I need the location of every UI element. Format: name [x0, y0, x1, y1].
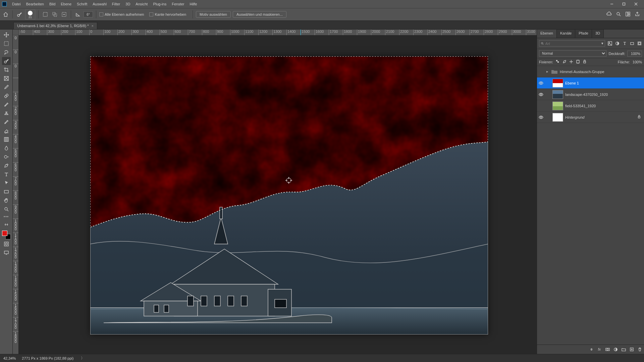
- brush-tool[interactable]: [2, 101, 11, 109]
- layer-thumbnail[interactable]: [552, 113, 563, 122]
- layer-row-ebene1[interactable]: Ebene 1: [537, 77, 644, 89]
- add-selection-icon[interactable]: [51, 11, 58, 18]
- workspace-icon[interactable]: [625, 11, 631, 17]
- filter-type-icon[interactable]: [622, 41, 627, 46]
- layer-thumbnail[interactable]: [552, 90, 563, 99]
- layer-mask-icon[interactable]: [605, 347, 610, 352]
- maximize-button[interactable]: [618, 0, 630, 8]
- lock-icon[interactable]: [637, 115, 641, 119]
- menu-auswahl[interactable]: Auswahl: [90, 0, 109, 8]
- link-layers-icon[interactable]: [589, 347, 594, 352]
- tab-ebenen[interactable]: Ebenen: [537, 29, 557, 38]
- color-swatches[interactable]: [2, 231, 11, 239]
- screenmode-icon[interactable]: [2, 249, 11, 257]
- angle-icon[interactable]: [74, 11, 82, 18]
- lock-transparency-icon[interactable]: [556, 60, 560, 64]
- layer-name[interactable]: landscape-4370250_1920: [565, 93, 608, 97]
- home-icon[interactable]: [2, 11, 9, 18]
- menu-fenster[interactable]: Fenster: [169, 0, 187, 8]
- vertical-ruler[interactable]: 0001002003004005006007008009001000110012…: [13, 36, 19, 354]
- dodge-tool[interactable]: [2, 153, 11, 161]
- status-caret-icon[interactable]: 〉: [81, 356, 85, 361]
- rectangle-tool[interactable]: [2, 188, 11, 196]
- pen-tool[interactable]: [2, 162, 11, 170]
- layer-thumbnail[interactable]: [552, 79, 563, 87]
- close-tab-icon[interactable]: ×: [91, 24, 93, 28]
- menu-datei[interactable]: Datei: [9, 0, 23, 8]
- menu-3d[interactable]: 3D: [123, 0, 133, 8]
- search-icon[interactable]: [616, 11, 621, 17]
- tab-3d[interactable]: 3D: [592, 29, 604, 38]
- menu-ebene[interactable]: Ebene: [58, 0, 74, 8]
- marquee-tool[interactable]: [2, 40, 11, 48]
- layer-row-group[interactable]: ▸ Himmel-Austausch-Gruppe: [537, 66, 644, 77]
- visibility-toggle[interactable]: [538, 115, 544, 120]
- fill-input[interactable]: 100%: [633, 60, 642, 64]
- delete-layer-icon[interactable]: [637, 347, 642, 352]
- layer-row-landscape[interactable]: landscape-4370250_1920: [537, 89, 644, 100]
- lock-position-icon[interactable]: [569, 60, 574, 64]
- foreground-color-swatch[interactable]: [2, 231, 7, 236]
- frame-tool[interactable]: [2, 74, 11, 82]
- clone-stamp-tool[interactable]: [2, 109, 11, 117]
- move-tool[interactable]: [2, 31, 11, 39]
- minimize-button[interactable]: [606, 0, 618, 8]
- filter-image-icon[interactable]: [607, 41, 612, 46]
- layer-name[interactable]: Ebene 1: [565, 81, 579, 85]
- current-tool-icon[interactable]: [16, 11, 23, 18]
- menu-bearbeiten[interactable]: Bearbeiten: [23, 0, 47, 8]
- layer-row-background[interactable]: Hintergrund: [537, 112, 644, 123]
- zoom-level[interactable]: 42,34%: [3, 356, 16, 360]
- eraser-tool[interactable]: [2, 127, 11, 135]
- blur-tool[interactable]: [2, 144, 11, 152]
- quickmask-icon[interactable]: [2, 240, 11, 248]
- menu-filter[interactable]: Filter: [109, 0, 123, 8]
- share-icon[interactable]: [635, 11, 640, 17]
- visibility-toggle[interactable]: [538, 103, 544, 109]
- angle-input[interactable]: [84, 11, 93, 17]
- lock-artboard-icon[interactable]: [576, 60, 581, 64]
- subtract-selection-icon[interactable]: [60, 11, 68, 18]
- filter-adjustment-icon[interactable]: [614, 41, 620, 46]
- menu-hilfe[interactable]: Hilfe: [187, 0, 200, 8]
- lock-pixels-icon[interactable]: [562, 60, 567, 64]
- filter-smartobject-icon[interactable]: [637, 41, 642, 46]
- select-subject-button[interactable]: Motiv auswählen: [196, 11, 231, 18]
- layer-name[interactable]: Hintergrund: [565, 115, 584, 119]
- all-layers-checkbox[interactable]: Alle Ebenen aufnehmen: [99, 12, 144, 16]
- tab-pfade[interactable]: Pfade: [575, 29, 592, 38]
- ruler-origin[interactable]: [13, 29, 19, 36]
- visibility-toggle[interactable]: [538, 80, 544, 86]
- menu-ansicht[interactable]: Ansicht: [133, 0, 150, 8]
- document-canvas[interactable]: [90, 56, 488, 335]
- cloud-icon[interactable]: [606, 11, 612, 17]
- menu-schrift[interactable]: Schrift: [74, 0, 90, 8]
- quick-selection-tool[interactable]: [2, 57, 11, 65]
- layer-row-field[interactable]: field-533541_1920: [537, 100, 644, 112]
- visibility-toggle[interactable]: [538, 69, 544, 74]
- close-button[interactable]: [630, 0, 642, 8]
- layer-thumbnail[interactable]: [552, 102, 563, 110]
- new-selection-icon[interactable]: [42, 11, 49, 18]
- type-tool[interactable]: [2, 170, 11, 178]
- gradient-tool[interactable]: [2, 135, 11, 143]
- layer-filter-search[interactable]: ▾: [539, 40, 605, 47]
- brush-preset-picker[interactable]: 21: [25, 9, 35, 19]
- history-brush-tool[interactable]: [2, 118, 11, 126]
- menu-plugins[interactable]: Plug-ins: [150, 0, 169, 8]
- opacity-input[interactable]: 100%: [627, 51, 642, 57]
- toolbox-more-icon[interactable]: •••: [4, 215, 9, 219]
- zoom-tool[interactable]: [2, 205, 11, 213]
- horizontal-ruler[interactable]: -504003002001000100200300400500600700800…: [19, 29, 537, 36]
- edit-toolbar-icon[interactable]: [2, 221, 11, 229]
- layer-name[interactable]: Himmel-Austausch-Gruppe: [560, 70, 604, 74]
- eyedropper-tool[interactable]: [2, 83, 11, 91]
- layer-style-icon[interactable]: fx: [597, 347, 602, 352]
- document-tab[interactable]: Unbenannt-1 bei 42,3% (Ebene 1, RGB/8) *…: [13, 22, 97, 29]
- layer-name[interactable]: field-533541_1920: [565, 104, 596, 108]
- visibility-toggle[interactable]: [538, 92, 544, 97]
- lasso-tool[interactable]: [2, 48, 11, 56]
- menu-bild[interactable]: Bild: [47, 0, 58, 8]
- crop-tool[interactable]: [2, 66, 11, 74]
- select-and-mask-button[interactable]: Auswählen und maskieren...: [233, 11, 286, 18]
